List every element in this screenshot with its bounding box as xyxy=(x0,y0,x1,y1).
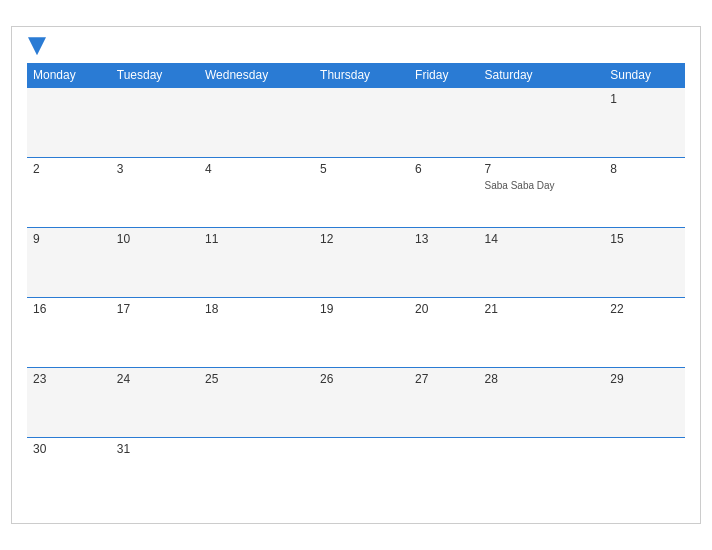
calendar-cell xyxy=(199,438,314,508)
calendar-cell: 17 xyxy=(111,298,199,368)
day-number: 19 xyxy=(320,302,403,316)
logo-triangle-icon xyxy=(28,37,46,55)
calendar-cell: 6 xyxy=(409,158,478,228)
calendar-cell: 27 xyxy=(409,368,478,438)
day-number: 8 xyxy=(610,162,679,176)
week-row-5: 23242526272829 xyxy=(27,368,685,438)
calendar-cell: 29 xyxy=(604,368,685,438)
day-number: 10 xyxy=(117,232,193,246)
calendar-cell: 22 xyxy=(604,298,685,368)
calendar-cell xyxy=(314,88,409,158)
weekday-header-row: MondayTuesdayWednesdayThursdayFridaySatu… xyxy=(27,63,685,88)
day-number: 25 xyxy=(205,372,308,386)
event-label: Saba Saba Day xyxy=(485,180,555,191)
calendar-header xyxy=(27,37,685,55)
calendar: MondayTuesdayWednesdayThursdayFridaySatu… xyxy=(11,26,701,524)
calendar-cell xyxy=(479,88,605,158)
calendar-cell: 4 xyxy=(199,158,314,228)
day-number: 9 xyxy=(33,232,105,246)
calendar-body: 1234567Saba Saba Day89101112131415161718… xyxy=(27,88,685,508)
weekday-tuesday: Tuesday xyxy=(111,63,199,88)
calendar-cell: 28 xyxy=(479,368,605,438)
day-number: 30 xyxy=(33,442,105,456)
day-number: 6 xyxy=(415,162,472,176)
weekday-sunday: Sunday xyxy=(604,63,685,88)
calendar-cell: 9 xyxy=(27,228,111,298)
calendar-cell: 2 xyxy=(27,158,111,228)
calendar-cell xyxy=(199,88,314,158)
calendar-cell: 18 xyxy=(199,298,314,368)
day-number: 16 xyxy=(33,302,105,316)
calendar-cell: 14 xyxy=(479,228,605,298)
day-number: 15 xyxy=(610,232,679,246)
calendar-cell xyxy=(314,438,409,508)
weekday-thursday: Thursday xyxy=(314,63,409,88)
calendar-cell: 12 xyxy=(314,228,409,298)
calendar-cell: 24 xyxy=(111,368,199,438)
day-number: 11 xyxy=(205,232,308,246)
calendar-cell: 5 xyxy=(314,158,409,228)
day-number: 12 xyxy=(320,232,403,246)
calendar-cell xyxy=(479,438,605,508)
day-number: 23 xyxy=(33,372,105,386)
day-number: 27 xyxy=(415,372,472,386)
weekday-friday: Friday xyxy=(409,63,478,88)
calendar-cell: 1 xyxy=(604,88,685,158)
week-row-3: 9101112131415 xyxy=(27,228,685,298)
day-number: 18 xyxy=(205,302,308,316)
day-number: 31 xyxy=(117,442,193,456)
calendar-table: MondayTuesdayWednesdayThursdayFridaySatu… xyxy=(27,63,685,508)
weekday-wednesday: Wednesday xyxy=(199,63,314,88)
calendar-cell: 26 xyxy=(314,368,409,438)
calendar-cell: 15 xyxy=(604,228,685,298)
day-number: 1 xyxy=(610,92,679,106)
calendar-cell: 16 xyxy=(27,298,111,368)
logo xyxy=(27,37,47,55)
week-row-4: 16171819202122 xyxy=(27,298,685,368)
day-number: 2 xyxy=(33,162,105,176)
calendar-cell: 19 xyxy=(314,298,409,368)
calendar-cell: 10 xyxy=(111,228,199,298)
week-row-6: 3031 xyxy=(27,438,685,508)
day-number: 4 xyxy=(205,162,308,176)
calendar-cell xyxy=(409,88,478,158)
day-number: 7 xyxy=(485,162,599,176)
calendar-cell: 8 xyxy=(604,158,685,228)
calendar-cell xyxy=(409,438,478,508)
calendar-cell: 7Saba Saba Day xyxy=(479,158,605,228)
calendar-cell: 13 xyxy=(409,228,478,298)
week-row-2: 234567Saba Saba Day8 xyxy=(27,158,685,228)
day-number: 29 xyxy=(610,372,679,386)
calendar-cell: 11 xyxy=(199,228,314,298)
calendar-cell: 31 xyxy=(111,438,199,508)
day-number: 22 xyxy=(610,302,679,316)
calendar-cell: 30 xyxy=(27,438,111,508)
calendar-cell xyxy=(604,438,685,508)
calendar-cell: 23 xyxy=(27,368,111,438)
calendar-cell: 21 xyxy=(479,298,605,368)
week-row-1: 1 xyxy=(27,88,685,158)
day-number: 17 xyxy=(117,302,193,316)
calendar-cell xyxy=(27,88,111,158)
calendar-cell: 25 xyxy=(199,368,314,438)
day-number: 3 xyxy=(117,162,193,176)
weekday-monday: Monday xyxy=(27,63,111,88)
day-number: 14 xyxy=(485,232,599,246)
calendar-thead: MondayTuesdayWednesdayThursdayFridaySatu… xyxy=(27,63,685,88)
day-number: 21 xyxy=(485,302,599,316)
day-number: 24 xyxy=(117,372,193,386)
calendar-cell xyxy=(111,88,199,158)
weekday-saturday: Saturday xyxy=(479,63,605,88)
day-number: 28 xyxy=(485,372,599,386)
day-number: 5 xyxy=(320,162,403,176)
day-number: 20 xyxy=(415,302,472,316)
day-number: 13 xyxy=(415,232,472,246)
day-number: 26 xyxy=(320,372,403,386)
calendar-cell: 20 xyxy=(409,298,478,368)
calendar-cell: 3 xyxy=(111,158,199,228)
